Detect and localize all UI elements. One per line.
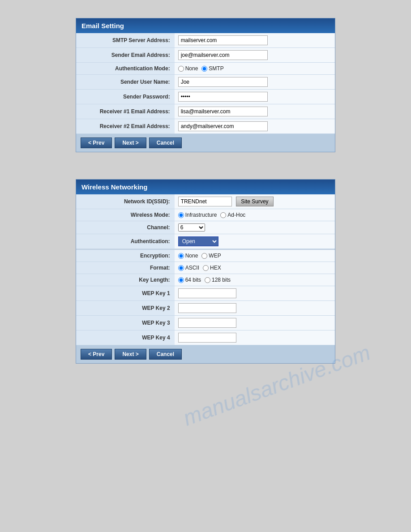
wep-key1-input[interactable] xyxy=(178,288,236,298)
receiver1-input[interactable] xyxy=(178,107,268,116)
adhoc-radio[interactable] xyxy=(220,212,226,218)
key-length-label: Key Length: xyxy=(76,274,175,286)
key-length-radio-group: 64 bits 128 bits xyxy=(178,277,331,283)
wep-key3-input-cell xyxy=(175,316,335,330)
adhoc-label[interactable]: Ad-Hoc xyxy=(220,212,245,218)
sender-pass-row: Sender Password: xyxy=(76,90,335,104)
format-hex-label[interactable]: HEX xyxy=(203,265,221,271)
encryption-row: Encryption: None WEP xyxy=(76,249,335,262)
auth-row: Authentication: Open Shared WPA-PSK xyxy=(76,234,335,249)
infrastructure-radio[interactable] xyxy=(178,212,184,218)
format-radio-group: ASCII HEX xyxy=(178,265,331,271)
email-footer: < Prev Next > Cancel xyxy=(76,134,335,152)
wireless-panel: Wireless Networking Network ID(SSID): Si… xyxy=(76,179,335,364)
wireless-mode-radio-group: Infrastructure Ad-Hoc xyxy=(178,212,331,218)
format-label: Format: xyxy=(76,262,175,274)
key-length-input-cell: 64 bits 128 bits xyxy=(175,274,335,286)
wep-key3-row: WEP Key 3 xyxy=(76,316,335,330)
sender-email-row: Sender Email Address: xyxy=(76,48,335,63)
wep-key3-label: WEP Key 3 xyxy=(76,316,175,330)
enc-wep-radio[interactable] xyxy=(201,253,207,259)
auth-mode-label: Authentication Mode: xyxy=(76,63,175,75)
smtp-row: SMTP Server Address: xyxy=(76,33,335,48)
receiver2-row: Receiver #2 Email Address: xyxy=(76,119,335,134)
format-input-cell: ASCII HEX xyxy=(175,262,335,274)
sender-email-label: Sender Email Address: xyxy=(76,48,175,63)
enc-none-label[interactable]: None xyxy=(178,253,198,259)
auth-input-cell: Open Shared WPA-PSK xyxy=(175,234,335,249)
auth-mode-row: Authentication Mode: None SMTP xyxy=(76,63,335,75)
enc-wep-label[interactable]: WEP xyxy=(201,253,221,259)
wep-key4-row: WEP Key 4 xyxy=(76,330,335,345)
auth-none-label[interactable]: None xyxy=(178,65,198,72)
channel-input-cell: 1234 5678 91011 xyxy=(175,221,335,234)
adhoc-text: Ad-Hoc xyxy=(227,212,245,218)
smtp-input-cell xyxy=(175,33,335,48)
receiver2-input[interactable] xyxy=(178,121,268,131)
sender-pass-input[interactable] xyxy=(178,92,268,102)
auth-smtp-radio[interactable] xyxy=(201,66,207,72)
wep-key1-input-cell xyxy=(175,286,335,301)
wep-key4-input[interactable] xyxy=(178,333,236,343)
sender-pass-label: Sender Password: xyxy=(76,90,175,104)
encryption-input-cell: None WEP xyxy=(175,249,335,262)
wireless-mode-row: Wireless Mode: Infrastructure Ad-Hoc xyxy=(76,209,335,221)
receiver1-input-cell xyxy=(175,104,335,119)
format-row: Format: ASCII HEX xyxy=(76,262,335,274)
auth-none-text: None xyxy=(185,65,198,72)
channel-select[interactable]: 1234 5678 91011 xyxy=(178,223,205,232)
sender-email-input[interactable] xyxy=(178,50,268,60)
receiver1-label: Receiver #1 Email Address: xyxy=(76,104,175,119)
auth-label: Authentication: xyxy=(76,234,175,249)
smtp-label: SMTP Server Address: xyxy=(76,33,175,48)
wireless-footer: < Prev Next > Cancel xyxy=(76,345,335,363)
sender-email-input-cell xyxy=(175,48,335,63)
sender-user-input[interactable] xyxy=(178,77,268,87)
enc-none-radio[interactable] xyxy=(178,253,184,259)
key-128-text: 128 bits xyxy=(212,277,231,283)
key-128-radio[interactable] xyxy=(205,277,210,283)
auth-smtp-label[interactable]: SMTP xyxy=(201,65,223,72)
wep-key2-label: WEP Key 2 xyxy=(76,301,175,316)
wireless-mode-label: Wireless Mode: xyxy=(76,209,175,221)
ssid-row: Network ID(SSID): Site Survey xyxy=(76,194,335,209)
channel-label: Channel: xyxy=(76,221,175,234)
wep-key1-row: WEP Key 1 xyxy=(76,286,335,301)
email-prev-button[interactable]: < Prev xyxy=(81,137,112,148)
site-survey-button[interactable]: Site Survey xyxy=(236,197,273,206)
encryption-label: Encryption: xyxy=(76,249,175,262)
receiver1-row: Receiver #1 Email Address: xyxy=(76,104,335,119)
channel-row: Channel: 1234 5678 91011 xyxy=(76,221,335,234)
auth-none-radio[interactable] xyxy=(178,66,184,72)
ssid-input[interactable] xyxy=(178,197,232,206)
ssid-input-cell: Site Survey xyxy=(175,194,335,209)
ssid-label: Network ID(SSID): xyxy=(76,194,175,209)
wireless-cancel-button[interactable]: Cancel xyxy=(149,349,182,360)
smtp-input[interactable] xyxy=(178,35,268,45)
wep-key3-input[interactable] xyxy=(178,318,236,328)
infrastructure-label[interactable]: Infrastructure xyxy=(178,212,217,218)
key-128-label[interactable]: 128 bits xyxy=(205,277,231,283)
format-ascii-text: ASCII xyxy=(185,265,199,271)
wep-key4-label: WEP Key 4 xyxy=(76,330,175,345)
wireless-next-button[interactable]: Next > xyxy=(115,349,146,360)
format-ascii-radio[interactable] xyxy=(178,265,184,271)
format-ascii-label[interactable]: ASCII xyxy=(178,265,199,271)
key-64-label[interactable]: 64 bits xyxy=(178,277,201,283)
key-length-row: Key Length: 64 bits 128 bits xyxy=(76,274,335,286)
email-form-table: SMTP Server Address: Sender Email Addres… xyxy=(76,33,335,134)
email-panel-header: Email Setting xyxy=(76,18,335,33)
enc-wep-text: WEP xyxy=(209,253,221,259)
auth-select[interactable]: Open Shared WPA-PSK xyxy=(178,236,218,246)
enc-none-text: None xyxy=(185,253,198,259)
sender-user-row: Sender User Name: xyxy=(76,75,335,90)
sender-user-label: Sender User Name: xyxy=(76,75,175,90)
email-cancel-button[interactable]: Cancel xyxy=(149,137,182,148)
email-next-button[interactable]: Next > xyxy=(115,137,146,148)
wireless-mode-input-cell: Infrastructure Ad-Hoc xyxy=(175,209,335,221)
wep-key2-input[interactable] xyxy=(178,303,236,313)
wep-section-table: Encryption: None WEP Format: xyxy=(76,249,335,345)
key-64-radio[interactable] xyxy=(178,277,184,283)
wireless-prev-button[interactable]: < Prev xyxy=(81,349,112,360)
format-hex-radio[interactable] xyxy=(203,265,209,271)
